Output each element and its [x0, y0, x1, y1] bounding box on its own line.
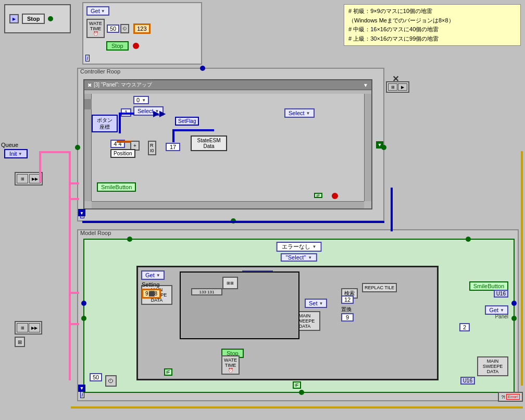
select-model[interactable]: "Select" ▼: [281, 253, 317, 262]
right-side-block: ?! Error!: [498, 392, 523, 402]
left-pink-wire: [69, 151, 71, 380]
event-panel: ✖ [3] "Panel": マウスアップ ▼ 0 ▼: [83, 79, 372, 209]
wate-time-block: WATETIME ⏰: [86, 19, 105, 38]
model-num-2: 2: [459, 323, 470, 331]
clock-icon-model: ⏲: [105, 375, 117, 387]
panel-label-model: Panel: [495, 314, 508, 319]
info-line-2: （Windows Meまでのバージョンは8×8）: [348, 16, 516, 26]
main-data-block-3: MAIN SWEEPE DATA: [477, 356, 508, 376]
left-pink-wire-v2: [39, 151, 41, 182]
event-content: 0 ▼ Select ▼ ボタン 座標 1 ▶▶: [92, 94, 364, 201]
wate-time-model: WATETIME ⏰: [221, 355, 240, 375]
i-label: i: [85, 55, 90, 61]
if-indicator-model: iF: [164, 368, 172, 376]
info-line-3: # 中級：16×16のマスに40個の地雷: [348, 25, 516, 34]
network-icon: ⊞⊞: [222, 277, 238, 289]
inner-loop: Get ▼ 12, 16 ▼ MAIN SWEEPE DATA 0 0 Set: [136, 266, 439, 380]
top-get-button[interactable]: Get ▼: [86, 6, 109, 16]
info-line-1: # 初級：9×9のマスに10個の地雷: [348, 7, 516, 16]
main-canvas: # 初級：9×9のマスに10個の地雷 （Windows Meまでのバージョンは8…: [0, 0, 525, 420]
panel-title-bar: ✖ [3] "Panel": マウスアップ ▼: [84, 80, 371, 90]
inner-inner-loop: 133 131 ⊞⊞: [180, 271, 299, 339]
ctrl-right-block: ⊞ ▶: [386, 81, 409, 93]
top-middle-panel: Get ▼ WATETIME ⏰ 50 ⏲ 123 Stop: [82, 2, 202, 65]
controller-roop-label: Controller Roop: [80, 68, 120, 75]
change-label: 置換: [341, 306, 352, 313]
error-label: エラーなし ▼: [277, 242, 322, 252]
position-block: Position: [110, 149, 135, 158]
set-btn-model[interactable]: Set ▼: [305, 299, 327, 308]
init-area: Init ▼: [4, 149, 28, 158]
scroll-left[interactable]: [84, 94, 92, 201]
merge-arrow: ▶▶: [153, 108, 166, 118]
select-btn-right[interactable]: Select ▼: [284, 108, 315, 118]
arith-block2: RI0: [148, 141, 156, 155]
blue-dot-model-left-top: [81, 301, 86, 306]
left-blocks-model: ⊞ ▶▶ ⊞: [15, 321, 42, 347]
info-line-4: # 上級：30×16のマスに99個の地雷: [348, 34, 516, 44]
get-btn-model[interactable]: Get ▼: [141, 270, 165, 280]
setflag-block: SetFlag: [175, 117, 199, 126]
red-indicator: [133, 43, 139, 49]
botan-block: ボタン 座標: [92, 115, 118, 132]
i-label-ctrl: i: [80, 212, 84, 218]
if-indicator-bottom: iF: [293, 381, 301, 389]
model-roop-label: Model Roop: [80, 230, 111, 236]
i-label-model: i: [80, 391, 84, 398]
outer-bottom-wire: [71, 406, 523, 409]
green-dot-model-top-left: [127, 237, 132, 242]
model-num-9: 9: [341, 313, 354, 322]
u16-box-bottom: U16: [460, 377, 475, 385]
model-left-indicator: ▼: [78, 385, 85, 392]
green-indicator-ctrl: iF: [314, 193, 322, 198]
info-box: # 初級：9×9のマスに10個の地雷 （Windows Meまでのバージョンは8…: [344, 4, 521, 46]
top-right-block: ⏲: [120, 24, 129, 33]
scroll-bottom[interactable]: [92, 201, 364, 208]
top-stop-button[interactable]: Stop: [22, 14, 45, 24]
green-dot-model-right: [511, 316, 517, 321]
top-panel-stop-button[interactable]: Stop: [106, 41, 129, 51]
top-indicator: [48, 16, 53, 21]
init-label: Init: [9, 151, 17, 157]
setting-orange-box: 9⬛8: [142, 289, 161, 299]
scroll-right[interactable]: [364, 94, 371, 201]
left-block-1: ⊞ ▶▶: [15, 172, 43, 186]
smile-button-ctrl[interactable]: SmileButton: [97, 182, 136, 192]
u16-box: U16: [494, 290, 508, 298]
red-dot-ctrl: [332, 193, 338, 199]
green-dot-model-left: [81, 316, 86, 321]
model-roop: Model Roop エラーなし ▼ "Select" ▼ Get ▼: [77, 229, 519, 401]
stateesm-block: StateESM Data: [191, 135, 227, 151]
num-17-box: 17: [166, 143, 180, 151]
top-left-stop-area: ▶ Stop: [4, 4, 71, 33]
zero-dropdown[interactable]: 0 ▼: [133, 96, 149, 104]
model-num-12: 12: [341, 295, 354, 304]
green-dot-model-top-right: [466, 237, 471, 242]
green-dot-ctrl-right: [381, 145, 386, 150]
green-dot-ctrl-left: [75, 145, 80, 150]
model-inner-green: エラーなし ▼ "Select" ▼ Get ▼ 12, 16 ▼: [83, 239, 515, 393]
blue-dot-model-right-top: [511, 301, 517, 306]
blue-dot-ctrl-top: [200, 66, 205, 71]
model-num-50: 50: [90, 373, 102, 381]
num-50: 50: [107, 24, 119, 33]
green-dot-model-bottom: [299, 390, 304, 395]
controller-roop: Controller Roop ✖ [3] "Panel": マウスアップ ▼ …: [77, 68, 384, 221]
orange-num: 123: [133, 23, 150, 34]
small-icon-left: ▶: [9, 14, 19, 23]
outer-right-wire: [521, 151, 523, 386]
replac-tile: REPLAC TILE: [362, 283, 397, 292]
left-pink-wire-h: [39, 151, 69, 153]
setting-label: Setting: [142, 281, 159, 288]
queue-label: Queue: [1, 142, 18, 148]
